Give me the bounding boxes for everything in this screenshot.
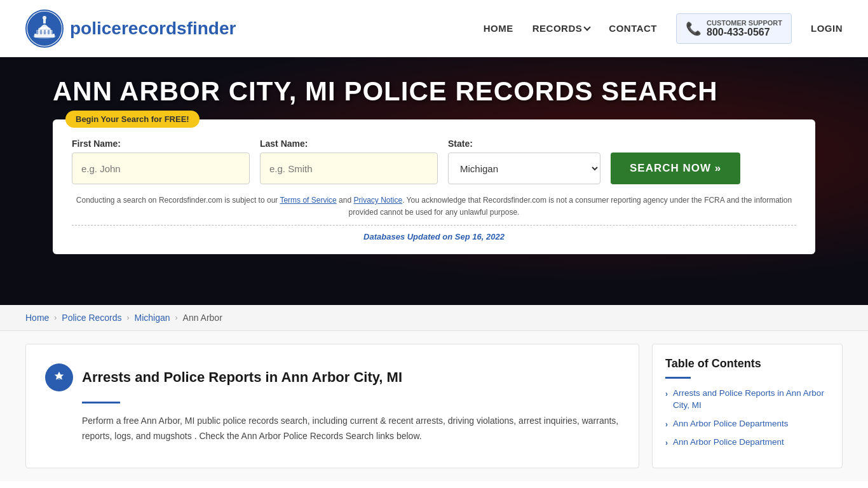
main-content: Arrests and Police Reports in Ann Arbor … xyxy=(0,331,868,481)
nav-login[interactable]: LOGIN xyxy=(811,23,843,34)
toc-item[interactable]: ›Arrests and Police Reports in Ann Arbor… xyxy=(665,388,829,412)
toc-chevron-icon: › xyxy=(665,389,668,400)
toc-divider xyxy=(665,377,691,379)
svg-rect-12 xyxy=(51,30,53,34)
svg-rect-8 xyxy=(36,30,38,34)
breadcrumb-current: Ann Arbor xyxy=(183,313,222,323)
content-left: Arrests and Police Reports in Ann Arbor … xyxy=(25,344,639,468)
toc-chevron-icon: › xyxy=(665,419,668,430)
search-box: Begin Your Search for FREE! First Name: … xyxy=(53,119,815,254)
breadcrumb-sep-3: › xyxy=(175,313,178,322)
free-badge: Begin Your Search for FREE! xyxy=(65,111,200,128)
first-name-group: First Name: xyxy=(72,139,250,184)
hero-section: ANN ARBOR CITY, MI POLICE RECORDS SEARCH… xyxy=(0,57,868,305)
content-right: Table of Contents ›Arrests and Police Re… xyxy=(652,344,843,468)
svg-point-13 xyxy=(57,375,61,379)
breadcrumb-sep-2: › xyxy=(127,313,130,322)
terms-link[interactable]: Terms of Service xyxy=(280,196,336,205)
section-header: Arrests and Police Reports in Ann Arbor … xyxy=(45,363,620,391)
records-chevron-icon xyxy=(584,24,591,30)
state-select[interactable]: Michigan xyxy=(448,152,600,184)
logo-text: policerecordsfinder xyxy=(70,18,236,39)
breadcrumb: Home › Police Records › Michigan › Ann A… xyxy=(0,305,868,331)
svg-rect-11 xyxy=(48,30,50,34)
logo-icon xyxy=(25,10,64,48)
section-icon xyxy=(45,363,73,391)
last-name-group: Last Name: xyxy=(260,139,438,184)
search-button[interactable]: SEARCH NOW » xyxy=(611,152,740,184)
privacy-link[interactable]: Privacy Notice xyxy=(353,196,402,205)
search-fields: First Name: Last Name: State: Michigan S… xyxy=(72,139,796,184)
hero-content: ANN ARBOR CITY, MI POLICE RECORDS SEARCH… xyxy=(53,76,815,254)
breadcrumb-michigan[interactable]: Michigan xyxy=(135,313,170,323)
toc-item[interactable]: ›Ann Arbor Police Departments xyxy=(665,418,829,430)
toc-item[interactable]: ›Ann Arbor Police Department xyxy=(665,437,829,449)
toc-items: ›Arrests and Police Reports in Ann Arbor… xyxy=(665,388,829,449)
svg-rect-9 xyxy=(40,30,42,34)
toc-chevron-icon: › xyxy=(665,438,668,449)
state-label: State: xyxy=(448,139,600,149)
toc-title: Table of Contents xyxy=(665,357,829,370)
badge-icon xyxy=(52,370,66,384)
last-name-label: Last Name: xyxy=(260,139,438,149)
nav-contact[interactable]: CONTACT xyxy=(609,23,657,34)
db-updated: Databases Updated on Sep 16, 2022 xyxy=(72,225,796,241)
svg-rect-10 xyxy=(44,30,46,34)
main-nav: HOME RECORDS CONTACT 📞 CUSTOMER SUPPORT … xyxy=(484,13,843,44)
toc-box: Table of Contents ›Arrests and Police Re… xyxy=(652,344,843,468)
phone-icon: 📞 xyxy=(686,21,702,36)
nav-records[interactable]: RECORDS xyxy=(532,23,590,34)
section-title: Arrests and Police Reports in Ann Arbor … xyxy=(82,369,402,386)
site-logo[interactable]: policerecordsfinder xyxy=(25,10,236,48)
breadcrumb-police-records[interactable]: Police Records xyxy=(62,313,121,323)
site-header: policerecordsfinder HOME RECORDS CONTACT… xyxy=(0,0,868,57)
customer-support-box[interactable]: 📞 CUSTOMER SUPPORT 800-433-0567 xyxy=(676,13,792,44)
breadcrumb-sep-1: › xyxy=(54,313,57,322)
first-name-input[interactable] xyxy=(72,152,250,184)
section-divider xyxy=(82,402,120,403)
nav-home[interactable]: HOME xyxy=(484,23,513,34)
section-body: Perform a free Ann Arbor, MI public poli… xyxy=(82,414,620,444)
first-name-label: First Name: xyxy=(72,139,250,149)
svg-point-7 xyxy=(43,16,46,20)
breadcrumb-home[interactable]: Home xyxy=(25,313,49,323)
disclaimer-text: Conducting a search on Recordsfinder.com… xyxy=(72,194,796,219)
last-name-input[interactable] xyxy=(260,152,438,184)
support-info: CUSTOMER SUPPORT 800-433-0567 xyxy=(707,19,782,38)
hero-title: ANN ARBOR CITY, MI POLICE RECORDS SEARCH xyxy=(53,76,815,107)
state-group: State: Michigan xyxy=(448,139,600,184)
